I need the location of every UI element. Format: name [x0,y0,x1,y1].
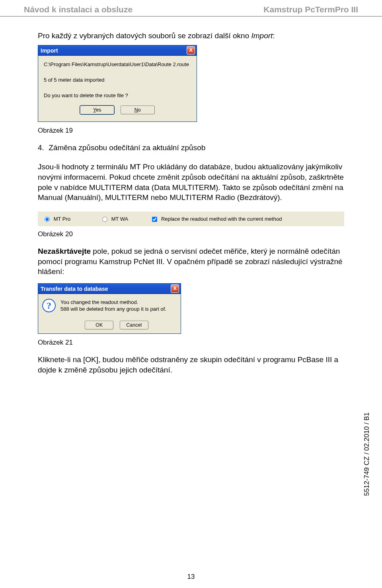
import-path: C:\Program Files\Kamstrup\Userdata\User1… [44,61,191,67]
para-2: Jsou-li hodnoty z terminálu MT Pro uklád… [38,162,344,203]
radio-mtwa[interactable]: MT WA [102,216,128,222]
options-panel: MT Pro MT WA Replace the readout method … [38,212,344,226]
checkbox-replace[interactable]: Replace the readout method with the curr… [152,216,282,222]
checkbox-replace-input[interactable] [152,217,157,222]
yes-button[interactable]: Yes [80,106,114,114]
section-4-heading: 4. Záměna způsobu odečítání za aktuální … [38,143,344,153]
page-header: Návod k instalaci a obsluze Kamstrup PcT… [0,0,382,17]
page-number: 13 [0,573,382,581]
side-reference: 5512-749 CZ / 02.2010 / B1 [363,412,371,496]
radio-mtwa-input[interactable] [102,217,107,222]
figure-20-caption: Obrázek 20 [38,230,344,238]
figure-19-caption: Obrázek 19 [38,127,344,135]
import-question: Do you want to delete the route file ? [44,92,191,98]
import-dialog: Import X C:\Program Files\Kamstrup\Userd… [38,45,197,122]
header-right: Kamstrup PcTermPro III [263,5,358,14]
intro-text: Pro každý z vybraných datových souborů s… [38,31,344,41]
import-status: 5 of 5 meter data imported [44,77,191,83]
ok-button[interactable]: OK [85,321,113,329]
transfer-dialog: Transfer data to database X ? You change… [38,283,181,334]
close-icon[interactable]: X [171,284,179,293]
figure-21-caption: Obrázek 21 [38,339,344,347]
close-icon[interactable]: X [187,46,195,55]
header-left: Návod k instalaci a obsluze [24,5,133,14]
transfer-title: Transfer data to database [41,286,108,292]
no-button[interactable]: No [121,106,155,114]
radio-mtpro[interactable]: MT Pro [45,216,70,222]
question-icon: ? [42,299,56,312]
transfer-message: You changed the readout method. 588 will… [60,299,166,313]
para-3: Nezaškrtávejte pole, pokud se jedná o se… [38,246,344,277]
import-body: C:\Program Files\Kamstrup\Userdata\User1… [38,56,197,122]
radio-mtpro-input[interactable] [45,217,50,222]
cancel-button[interactable]: Cancel [120,321,148,329]
para-4: Kliknete-li na [OK], budou měřiče odstra… [38,355,344,375]
import-titlebar[interactable]: Import X [38,45,197,56]
transfer-titlebar[interactable]: Transfer data to database X [38,284,181,294]
import-title: Import [41,47,58,54]
